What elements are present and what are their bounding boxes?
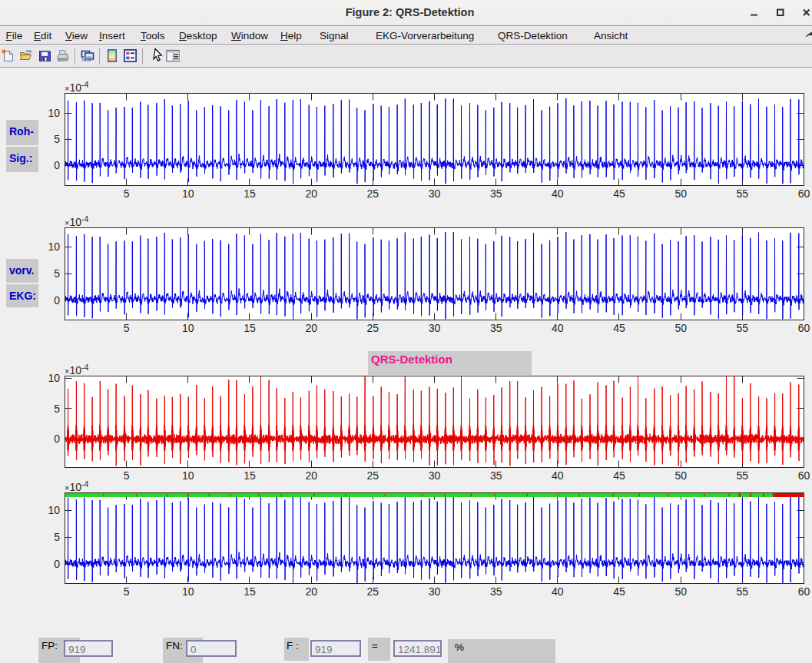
- svg-text:×10-4: ×10-4: [65, 214, 89, 228]
- svg-text:45: 45: [613, 469, 625, 482]
- svg-text:15: 15: [244, 322, 256, 334]
- svg-text:10: 10: [182, 187, 194, 200]
- svg-text:×10-4: ×10-4: [65, 479, 89, 493]
- svg-text:60: 60: [798, 469, 810, 482]
- svg-text:×10-4: ×10-4: [65, 363, 89, 376]
- svg-text:35: 35: [490, 469, 502, 482]
- svg-text:20: 20: [305, 322, 317, 334]
- svg-text:45: 45: [613, 322, 625, 334]
- svg-text:15: 15: [244, 187, 256, 200]
- svg-text:55: 55: [737, 585, 749, 598]
- svg-text:60: 60: [798, 585, 810, 598]
- svg-text:0: 0: [54, 159, 60, 171]
- svg-text:25: 25: [367, 322, 379, 334]
- svg-text:10: 10: [48, 504, 60, 516]
- svg-text:5: 5: [124, 187, 130, 200]
- svg-text:5: 5: [54, 403, 60, 415]
- svg-text:30: 30: [429, 187, 441, 200]
- svg-text:40: 40: [552, 469, 564, 482]
- svg-text:5: 5: [54, 531, 60, 543]
- svg-text:60: 60: [798, 187, 810, 200]
- svg-text:0: 0: [54, 558, 60, 570]
- svg-text:25: 25: [367, 469, 379, 482]
- svg-text:5: 5: [54, 133, 60, 145]
- svg-text:15: 15: [244, 469, 256, 482]
- svg-text:10: 10: [182, 469, 194, 482]
- svg-text:10: 10: [48, 107, 60, 119]
- svg-text:25: 25: [367, 585, 379, 598]
- svg-text:5: 5: [124, 322, 130, 334]
- svg-text:10: 10: [182, 585, 194, 598]
- svg-text:10: 10: [48, 372, 60, 384]
- svg-text:40: 40: [552, 322, 564, 334]
- svg-text:20: 20: [305, 469, 317, 482]
- svg-text:5: 5: [124, 585, 130, 598]
- svg-text:20: 20: [305, 187, 317, 200]
- svg-text:×10-4: ×10-4: [65, 80, 89, 94]
- svg-text:40: 40: [552, 187, 564, 200]
- svg-text:50: 50: [674, 469, 687, 482]
- svg-text:50: 50: [674, 585, 687, 598]
- svg-text:30: 30: [429, 469, 441, 482]
- svg-text:40: 40: [552, 585, 564, 598]
- svg-text:55: 55: [737, 187, 749, 200]
- svg-text:35: 35: [490, 187, 502, 200]
- svg-text:0: 0: [54, 294, 60, 307]
- svg-text:55: 55: [737, 469, 749, 482]
- svg-text:55: 55: [737, 322, 749, 334]
- svg-text:50: 50: [674, 322, 687, 334]
- svg-text:35: 35: [490, 322, 502, 334]
- svg-text:25: 25: [367, 187, 379, 200]
- svg-text:5: 5: [124, 469, 130, 482]
- svg-text:20: 20: [305, 585, 317, 598]
- svg-text:30: 30: [429, 322, 441, 334]
- svg-text:45: 45: [613, 187, 625, 200]
- svg-text:30: 30: [429, 585, 441, 598]
- svg-text:60: 60: [798, 322, 810, 334]
- svg-text:10: 10: [182, 322, 194, 334]
- svg-text:35: 35: [490, 585, 502, 598]
- svg-text:45: 45: [613, 585, 625, 598]
- svg-text:10: 10: [48, 240, 60, 253]
- svg-text:5: 5: [54, 267, 60, 280]
- svg-text:0: 0: [54, 433, 60, 445]
- svg-text:50: 50: [674, 187, 687, 200]
- svg-text:15: 15: [244, 585, 256, 598]
